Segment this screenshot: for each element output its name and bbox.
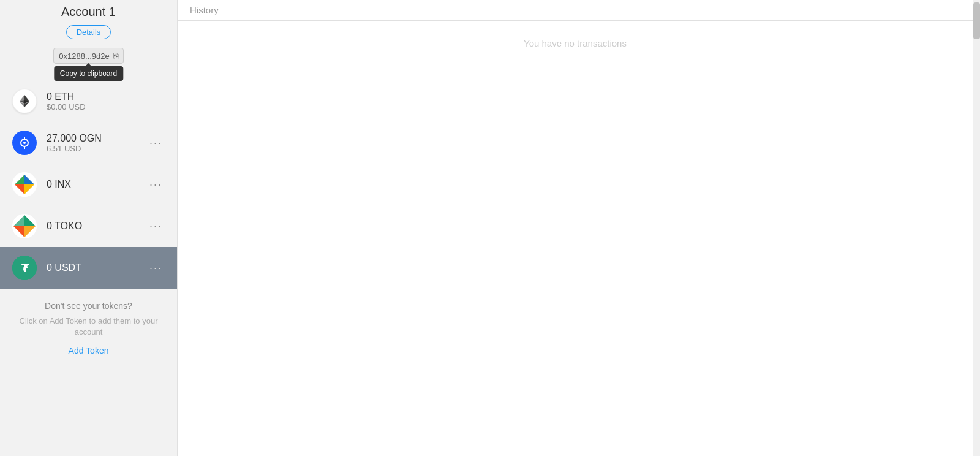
left-panel: Account 1 Details 0x1288...9d2e ⎘ Copy t… [0,0,178,456]
token-list: 0 ETH $0.00 USD 27.000 OGN 6.51 USD ··· [0,80,177,289]
inx-amount: 0 INX [47,179,147,190]
ogn-menu-button[interactable]: ··· [147,134,165,152]
token-item-eth[interactable]: 0 ETH $0.00 USD [0,80,177,122]
eth-info: 0 ETH $0.00 USD [47,91,165,112]
eth-icon [12,89,37,113]
details-button[interactable]: Details [66,25,111,39]
address-text: 0x1288...9d2e [59,51,109,61]
toko-amount: 0 TOKO [47,221,147,232]
ogn-icon [12,131,37,155]
token-item-inx[interactable]: 0 INX ··· [0,164,177,205]
add-token-link[interactable]: Add Token [69,346,109,355]
eth-amount: 0 ETH [47,91,165,102]
history-tab[interactable]: History [178,0,973,21]
right-panel: History You have no transactions [178,0,973,456]
ogn-amount: 27.000 OGN [47,133,147,144]
toko-menu-button[interactable]: ··· [147,218,165,235]
copy-icon: ⎘ [113,51,118,61]
inx-icon [12,172,37,197]
copy-tooltip: Copy to clipboard [54,66,123,81]
account-title: Account 1 [61,5,116,19]
tokens-footer: Don't see your tokens? Click on Add Toke… [0,289,177,362]
eth-usd: $0.00 USD [47,102,165,112]
history-empty-message: You have no transactions [178,21,973,456]
ogn-usd: 6.51 USD [47,144,147,153]
token-item-usdt[interactable]: ₮ 0 USDT ··· [0,247,177,289]
svg-point-7 [23,142,26,144]
inx-menu-button[interactable]: ··· [147,176,165,194]
address-container: 0x1288...9d2e ⎘ Copy to clipboard [53,48,123,64]
usdt-amount: 0 USDT [47,262,147,273]
footer-description: Click on Add Token to add them to your a… [12,316,165,338]
usdt-info: 0 USDT [47,262,147,273]
token-item-ogn[interactable]: 27.000 OGN 6.51 USD ··· [0,122,177,164]
usdt-menu-button[interactable]: ··· [147,259,165,277]
scrollbar-thumb[interactable] [973,2,980,39]
ogn-info: 27.000 OGN 6.51 USD [47,133,147,153]
token-item-toko[interactable]: 0 TOKO ··· [0,205,177,247]
footer-title: Don't see your tokens? [12,301,165,311]
window-scrollbar[interactable] [973,0,980,456]
usdt-icon: ₮ [12,256,37,280]
inx-info: 0 INX [47,179,147,190]
toko-icon [12,214,37,238]
toko-info: 0 TOKO [47,221,147,232]
